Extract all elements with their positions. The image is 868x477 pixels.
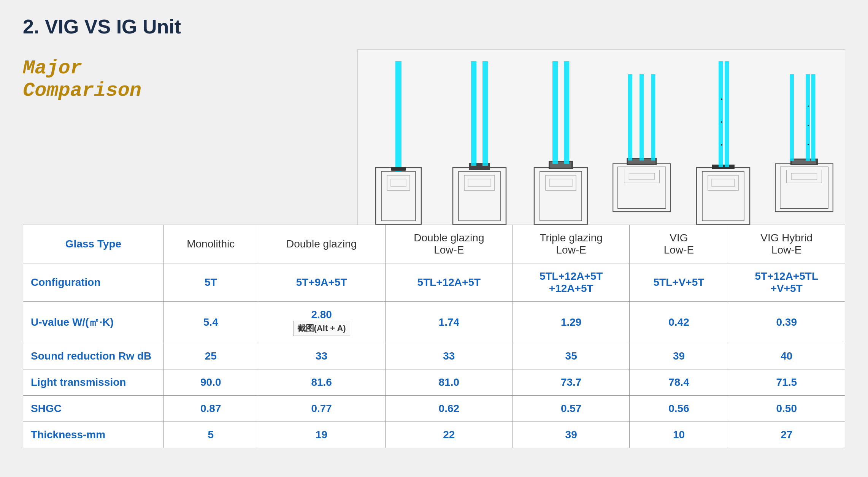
svg-rect-24 — [629, 173, 655, 180]
svg-rect-47 — [806, 74, 810, 161]
col-header-double-lowe: Double glazingLow-E — [385, 225, 513, 263]
svg-rect-16 — [549, 179, 572, 187]
uvalue-vig-lowe: 0.42 — [630, 302, 728, 343]
config-vig-hybrid: 5T+12A+5TL+V+5T — [728, 263, 845, 302]
diagram-vig-hybrid — [764, 50, 845, 225]
svg-rect-42 — [787, 170, 822, 183]
table-row-config: Configuration 5T 5T+9A+5T 5TL+12A+5T 5TL… — [23, 263, 845, 302]
sound-vig-hybrid: 40 — [728, 343, 845, 369]
light-monolithic: 90.0 — [164, 369, 258, 396]
diagram-double-lowe — [520, 50, 601, 225]
sound-monolithic: 25 — [164, 343, 258, 369]
shgc-vig-hybrid: 0.50 — [728, 396, 845, 422]
svg-rect-46 — [790, 74, 794, 161]
svg-rect-23 — [624, 170, 660, 183]
tooltip-screenshot: 截图(Alt + A) — [293, 321, 350, 336]
svg-rect-4 — [395, 61, 401, 171]
svg-rect-29 — [651, 74, 655, 160]
diagram-monolithic — [358, 50, 439, 225]
comparison-table: Glass Type Monolithic Double glazing Dou… — [23, 225, 845, 448]
sound-vig-lowe: 39 — [630, 343, 728, 369]
thickness-triple-lowe: 39 — [513, 422, 629, 448]
thickness-double: 19 — [258, 422, 385, 448]
svg-rect-11 — [471, 61, 476, 166]
uvalue-monolithic: 5.4 — [164, 302, 258, 343]
svg-rect-0 — [376, 168, 421, 225]
thickness-monolithic: 5 — [164, 422, 258, 448]
label-sound: Sound reduction Rw dB — [23, 343, 164, 369]
svg-rect-28 — [639, 74, 644, 160]
label-configuration: Configuration — [23, 263, 164, 302]
shgc-vig-lowe: 0.56 — [630, 396, 728, 422]
col-header-vig-lowe: VIGLow-E — [630, 225, 728, 263]
table-row-uvalue: U-value W/(㎡·K) 5.4 2.80 截图(Alt + A) 1.7… — [23, 302, 845, 343]
light-vig-lowe: 78.4 — [630, 369, 728, 396]
sound-double: 33 — [258, 343, 385, 369]
svg-rect-20 — [564, 61, 569, 164]
diagram-vig-lowe — [682, 50, 764, 225]
svg-rect-35 — [719, 61, 723, 167]
label-uvalue: U-value W/(㎡·K) — [23, 302, 164, 343]
sound-triple-lowe: 35 — [513, 343, 629, 369]
shgc-monolithic: 0.87 — [164, 396, 258, 422]
svg-rect-27 — [628, 74, 632, 160]
uvalue-double-lowe: 1.74 — [385, 302, 513, 343]
light-vig-hybrid: 71.5 — [728, 369, 845, 396]
light-double-lowe: 81.0 — [385, 369, 513, 396]
content-area: Major Comparison — [23, 49, 845, 448]
uvalue-double: 2.80 截图(Alt + A) — [258, 302, 385, 343]
thickness-vig-hybrid: 27 — [728, 422, 845, 448]
page-title: 2. VIG VS IG Unit — [23, 15, 845, 38]
shgc-double-lowe: 0.62 — [385, 396, 513, 422]
svg-rect-6 — [453, 168, 506, 225]
col-header-monolithic: Monolithic — [164, 225, 258, 263]
svg-rect-48 — [811, 74, 816, 161]
diagram-double — [439, 50, 520, 225]
svg-rect-12 — [482, 61, 488, 166]
svg-rect-5 — [391, 167, 406, 171]
svg-point-38 — [721, 121, 722, 123]
svg-point-51 — [808, 144, 809, 145]
section-subtitle: Major Comparison — [23, 57, 190, 102]
svg-rect-2 — [387, 175, 410, 190]
table-row-sound: Sound reduction Rw dB 25 33 33 35 39 40 — [23, 343, 845, 369]
svg-rect-32 — [708, 175, 738, 190]
svg-point-37 — [721, 98, 722, 100]
config-monolithic: 5T — [164, 263, 258, 302]
col-header-double: Double glazing — [258, 225, 385, 263]
svg-rect-40 — [775, 164, 833, 212]
thickness-double-lowe: 22 — [385, 422, 513, 448]
diagram-triple-lowe — [601, 50, 683, 225]
shgc-triple-lowe: 0.57 — [513, 396, 629, 422]
svg-rect-8 — [464, 175, 495, 190]
table-row-light: Light transmission 90.0 81.6 81.0 73.7 7… — [23, 369, 845, 396]
svg-rect-15 — [546, 175, 576, 190]
light-triple-lowe: 73.7 — [513, 369, 629, 396]
thickness-vig-lowe: 10 — [630, 422, 728, 448]
col-header-vig-hybrid: VIG HybridLow-E — [728, 225, 845, 263]
svg-point-49 — [808, 105, 809, 106]
col-header-triple-lowe: Triple glazingLow-E — [513, 225, 629, 263]
svg-point-39 — [721, 144, 722, 146]
svg-rect-30 — [697, 168, 750, 225]
page-container: 2. VIG VS IG Unit Major Comparison — [23, 15, 845, 448]
table-row-thickness: Thickness-mm 5 19 22 39 10 27 — [23, 422, 845, 448]
glass-type-header: Glass Type — [23, 225, 164, 263]
shgc-double: 0.77 — [258, 396, 385, 422]
svg-rect-43 — [792, 173, 817, 180]
svg-rect-13 — [534, 168, 587, 225]
svg-rect-3 — [391, 179, 406, 187]
svg-point-50 — [808, 125, 809, 126]
svg-rect-33 — [712, 179, 735, 187]
svg-rect-19 — [552, 61, 558, 164]
config-vig-lowe: 5TL+V+5T — [630, 263, 728, 302]
config-double: 5T+9A+5T — [258, 263, 385, 302]
label-thickness: Thickness-mm — [23, 422, 164, 448]
table-row-shgc: SHGC 0.87 0.77 0.62 0.57 0.56 0.50 — [23, 396, 845, 422]
svg-rect-9 — [468, 179, 491, 187]
uvalue-triple-lowe: 1.29 — [513, 302, 629, 343]
uvalue-double-value: 2.80 — [311, 309, 332, 320]
svg-rect-36 — [725, 61, 729, 167]
uvalue-vig-hybrid: 0.39 — [728, 302, 845, 343]
config-triple-lowe: 5TL+12A+5T+12A+5T — [513, 263, 629, 302]
